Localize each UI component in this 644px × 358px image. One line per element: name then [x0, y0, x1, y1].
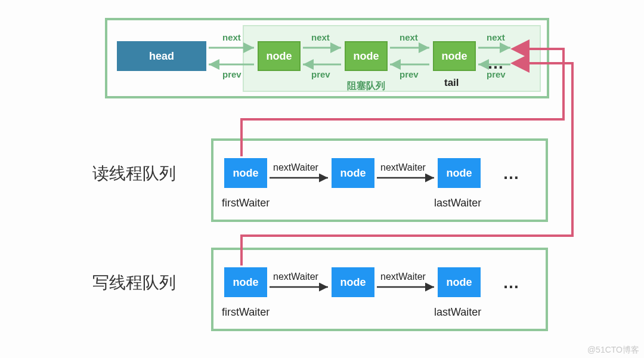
rq-edge-1: nextWaiter	[273, 162, 318, 173]
rq-last-label: lastWaiter	[434, 197, 481, 209]
wq-last-label: lastWaiter	[434, 306, 481, 319]
read-queue-title: 读线程队列	[92, 162, 176, 185]
wq-edge-2: nextWaiter	[380, 271, 426, 282]
bq-node-2-label: node	[354, 50, 379, 63]
watermark: @51CTO博客	[587, 345, 639, 356]
rq-node-1-first: node	[224, 158, 267, 188]
bq-caption: 阻塞队列	[347, 80, 385, 92]
wq-node-1-first: node	[224, 267, 267, 297]
rq-node-3-last: node	[438, 158, 481, 188]
wq-node-3-last: node	[438, 267, 481, 297]
bq-node-3-label: node	[442, 50, 467, 63]
bq-tail-label: tail	[444, 77, 459, 89]
bq-node-2: node	[345, 41, 388, 71]
head-node-label: head	[149, 50, 174, 63]
wq-edge-1: nextWaiter	[273, 271, 318, 282]
bq-node-1-label: node	[267, 50, 292, 63]
wq-node-1-label: node	[233, 276, 259, 289]
bq-prev-2: prev	[311, 69, 330, 79]
rq-first-label: firstWaiter	[222, 197, 270, 209]
rq-node-2: node	[332, 158, 374, 188]
wq-node-2-label: node	[340, 276, 366, 289]
bq-next-4: next	[487, 32, 505, 42]
rq-edge-2: nextWaiter	[380, 162, 426, 173]
bq-next-3: next	[400, 32, 418, 42]
bq-node-3-tail: node	[433, 41, 476, 71]
rq-node-1-label: node	[233, 167, 259, 180]
bq-next-1: next	[222, 32, 241, 42]
bq-next-2: next	[311, 32, 330, 42]
rq-ellipsis: …	[503, 164, 519, 183]
bq-prev-1: prev	[222, 69, 242, 79]
bq-prev-4: prev	[487, 69, 506, 79]
rq-node-3-label: node	[447, 167, 472, 180]
head-node: head	[117, 41, 206, 71]
bq-prev-3: prev	[400, 69, 419, 79]
write-queue-title: 写线程队列	[92, 271, 176, 294]
wq-first-label: firstWaiter	[222, 306, 270, 319]
rq-node-2-label: node	[340, 167, 366, 180]
wq-ellipsis: …	[503, 273, 519, 292]
bq-node-1: node	[258, 41, 301, 71]
wq-node-2: node	[332, 267, 374, 297]
wq-node-3-label: node	[447, 276, 472, 289]
